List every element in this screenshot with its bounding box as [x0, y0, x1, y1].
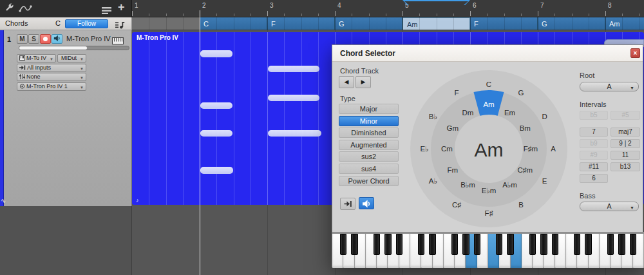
- type-button-diminished[interactable]: Diminished: [339, 128, 399, 138]
- interval-button-7[interactable]: 7: [580, 128, 608, 137]
- type-label: Type: [340, 95, 355, 102]
- interval-button-maj7[interactable]: maj7: [611, 128, 640, 137]
- skip-to-bar-button[interactable]: [340, 198, 355, 210]
- timeline-ruler[interactable]: 12345678: [132, 0, 644, 17]
- circle-chord-E♭[interactable]: E♭: [420, 145, 428, 153]
- piano-black-key[interactable]: [384, 234, 391, 255]
- output-dropdown[interactable]: None▼: [17, 73, 86, 81]
- interval-button-9|2[interactable]: 9 | 2: [611, 139, 640, 148]
- solo-button[interactable]: S: [28, 34, 39, 44]
- circle-chord-F♯[interactable]: F♯: [485, 209, 493, 217]
- chord-block[interactable]: Am: [605, 17, 644, 30]
- piano-black-key[interactable]: [340, 234, 346, 255]
- circle-chord-Bm[interactable]: Bm: [520, 124, 531, 132]
- wrench-icon[interactable]: [5, 3, 15, 16]
- circle-chord-B♭[interactable]: B♭: [429, 113, 437, 120]
- midi-note[interactable]: [200, 167, 233, 174]
- piano-black-key[interactable]: [351, 234, 357, 255]
- circle-chord-B[interactable]: B: [518, 201, 524, 209]
- root-dropdown[interactable]: A▼: [580, 82, 639, 91]
- piano-black-key[interactable]: [374, 234, 380, 255]
- previous-chord-button[interactable]: ◀: [339, 76, 354, 88]
- piano-black-key[interactable]: [451, 234, 458, 255]
- interval-button-6[interactable]: 6: [580, 174, 608, 183]
- follow-button[interactable]: Follow: [65, 19, 108, 28]
- circle-chord-C♯[interactable]: C♯: [452, 201, 461, 209]
- next-chord-button[interactable]: ▶: [355, 76, 371, 88]
- circle-chord-Dm[interactable]: Dm: [462, 109, 474, 117]
- circle-chord-A♭[interactable]: A♭: [429, 177, 437, 185]
- midi-channel-dropdown[interactable]: MIDut▼: [57, 54, 86, 62]
- track-volume-slider[interactable]: [19, 46, 129, 50]
- piano-keyboard[interactable]: [332, 232, 644, 268]
- circle-chord-Cm[interactable]: Cm: [441, 145, 453, 153]
- midi-part-icon: ♪: [136, 197, 139, 204]
- piano-black-key[interactable]: [618, 234, 625, 255]
- piano-black-key[interactable]: [540, 234, 547, 255]
- circle-chord-Em[interactable]: Em: [504, 109, 515, 117]
- instrument-dropdown[interactable]: M-Tron Pro IV 1▼: [17, 82, 86, 91]
- circle-chord-Gm[interactable]: Gm: [446, 124, 459, 132]
- circle-chord-E[interactable]: E: [542, 177, 547, 185]
- bass-dropdown[interactable]: A▼: [580, 202, 639, 211]
- circle-chord-A♭m[interactable]: A♭m: [502, 181, 517, 189]
- circle-of-fifths[interactable]: Am Am CGDAEBF♯C♯A♭E♭B♭FEmBmF♯mC♯mA♭mE♭mB…: [408, 68, 569, 229]
- type-button-minor[interactable]: Minor: [339, 116, 399, 126]
- piano-black-key[interactable]: [607, 234, 614, 255]
- close-button[interactable]: ×: [630, 48, 640, 58]
- midi-output-dropdown[interactable]: M-To IV▼: [17, 54, 56, 62]
- piano-black-key[interactable]: [418, 234, 424, 255]
- automation-curve-icon[interactable]: [19, 4, 32, 16]
- piano-black-key[interactable]: [474, 234, 480, 255]
- dialog-title-bar[interactable]: Chord Selector ×: [332, 45, 643, 62]
- circle-chord-C♯m[interactable]: C♯m: [517, 166, 533, 174]
- circle-chord-F[interactable]: F: [454, 89, 459, 97]
- record-arm-button[interactable]: [40, 34, 51, 44]
- interval-button-11[interactable]: 11: [611, 151, 640, 160]
- chord-track-lane[interactable]: CFGAmFGAm: [132, 17, 644, 30]
- audition-button[interactable]: [359, 197, 374, 209]
- piano-black-key[interactable]: [529, 234, 536, 255]
- type-button-sus4[interactable]: sus4: [339, 164, 399, 174]
- track-color-bar[interactable]: [0, 30, 4, 206]
- interval-button-b13[interactable]: b13: [611, 162, 640, 171]
- monitor-button[interactable]: [52, 34, 62, 44]
- type-button-major[interactable]: Major: [339, 104, 399, 114]
- midi-note[interactable]: [268, 95, 319, 101]
- automation-wave-icon[interactable]: ∿: [1, 197, 6, 204]
- piano-black-key[interactable]: [630, 234, 636, 255]
- type-button-augmented[interactable]: Augmented: [339, 140, 399, 150]
- midi-note[interactable]: [200, 130, 232, 137]
- piano-black-key[interactable]: [496, 234, 502, 255]
- ruler-tick: [554, 14, 555, 16]
- circle-chord-E♭m[interactable]: E♭m: [482, 187, 497, 194]
- midi-note[interactable]: [268, 130, 321, 137]
- circle-chord-B♭m[interactable]: B♭m: [460, 181, 475, 189]
- circle-chord-C[interactable]: C: [486, 81, 491, 88]
- piano-black-key[interactable]: [429, 234, 435, 255]
- piano-black-key[interactable]: [574, 234, 580, 255]
- midi-note[interactable]: [200, 102, 232, 109]
- piano-black-key[interactable]: [507, 234, 513, 255]
- mute-button[interactable]: M: [17, 34, 28, 44]
- type-button-power-chord[interactable]: Power Chord: [339, 176, 399, 186]
- region-beat-line: [234, 32, 234, 205]
- input-dropdown[interactable]: All Inputs▼: [17, 64, 86, 72]
- type-button-sus2[interactable]: sus2: [339, 151, 399, 162]
- top-toolbar: +: [0, 0, 132, 17]
- piano-black-key[interactable]: [585, 234, 591, 255]
- midi-note[interactable]: [200, 50, 232, 57]
- piano-black-key[interactable]: [552, 234, 558, 255]
- circle-chord-F♯m[interactable]: F♯m: [524, 145, 538, 153]
- piano-black-key[interactable]: [462, 234, 469, 255]
- circle-chord-D[interactable]: D: [542, 113, 547, 120]
- track-list-icon[interactable]: [102, 5, 111, 17]
- circle-chord-G[interactable]: G: [518, 89, 524, 97]
- loop-marker[interactable]: [402, 0, 470, 5]
- piano-black-key[interactable]: [396, 234, 402, 255]
- add-track-icon[interactable]: +: [118, 1, 125, 14]
- midi-note[interactable]: [268, 66, 319, 72]
- circle-chord-A[interactable]: A: [551, 145, 556, 153]
- interval-button-#11[interactable]: #11: [580, 162, 608, 171]
- circle-chord-Fm[interactable]: Fm: [447, 166, 458, 174]
